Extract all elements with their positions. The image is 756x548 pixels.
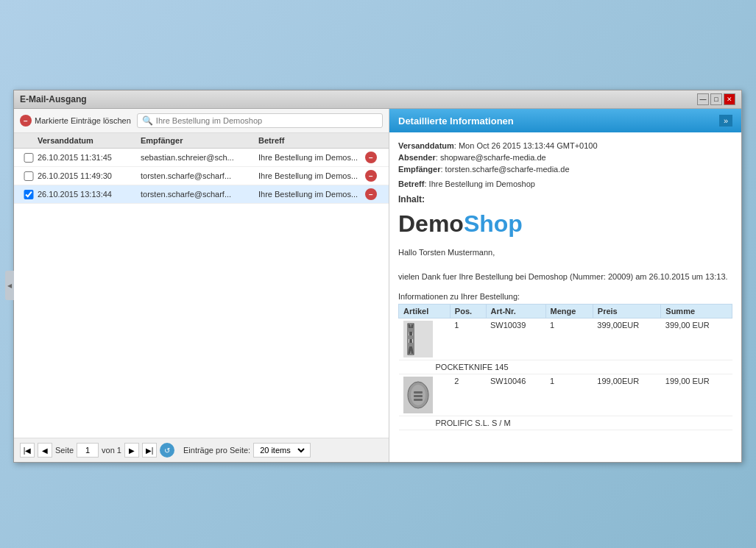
last-page-button[interactable]: ▶| [142, 443, 157, 458]
product-name-2: PROLIFIC S.L. S / M [399, 416, 732, 430]
order-product-image [399, 374, 451, 416]
body-text: vielen Dank fuer Ihre Bestellung bei Dem… [398, 271, 732, 283]
betreff-value: Ihre Bestellung im Demoshop [429, 179, 535, 188]
versanddatum-value: Mon Oct 26 2015 13:13:44 GMT+0100 [459, 141, 598, 150]
logo-shop: Shop [464, 210, 523, 237]
next-page-button[interactable]: ▶ [124, 443, 139, 458]
order-preis: 399,00EUR [593, 318, 661, 360]
order-row-name: POCKETKNIFE 145 [399, 360, 732, 374]
row-checkbox[interactable] [20, 171, 38, 181]
order-art-nr: SW10039 [486, 318, 545, 360]
pagination-bar: |◀ ◀ Seite von 1 ▶ ▶| ↺ Einträge pro Sei… [14, 438, 389, 462]
order-pos: 2 [450, 374, 486, 416]
search-icon: 🔍 [142, 115, 153, 126]
search-input[interactable] [156, 116, 378, 125]
product-image-1 [403, 321, 433, 357]
row-email: torsten.scharfe@scharf... [141, 171, 258, 180]
logo-demo: Demo [398, 210, 464, 237]
col-preis: Preis [593, 304, 661, 318]
col-email: Empfänger [141, 136, 258, 145]
row-delete-button[interactable]: − [365, 188, 377, 200]
per-page-select[interactable]: 10 items 20 items 50 items 100 items [253, 443, 311, 458]
per-page-label: Einträge pro Seite: [183, 446, 250, 455]
order-summe: 399,00 EUR [661, 318, 732, 360]
demo-shop-logo: DemoShop [398, 210, 732, 238]
minimize-button[interactable]: — [697, 93, 709, 105]
row-date: 26.10.2015 11:31:45 [38, 153, 141, 162]
row-date: 26.10.2015 13:13:44 [38, 190, 141, 199]
refresh-button[interactable]: ↺ [160, 443, 174, 458]
row-subject: Ihre Bestellung im Demos... [258, 153, 365, 162]
row-email: torsten.scharfe@scharf... [141, 190, 258, 199]
row-subject: Ihre Bestellung im Demos... [258, 190, 365, 199]
order-pos: 1 [450, 318, 486, 360]
svg-rect-12 [414, 399, 423, 401]
detail-header: Detaillierte Informationen » [389, 109, 741, 132]
maximize-button[interactable]: □ [710, 93, 722, 105]
inhalt-label: Inhalt: [398, 194, 732, 204]
col-menge: Menge [545, 304, 593, 318]
product-image-2 [403, 377, 433, 413]
row-subject: Ihre Bestellung im Demos... [258, 171, 365, 180]
order-menge: 1 [545, 374, 593, 416]
svg-rect-11 [414, 395, 423, 397]
close-button[interactable]: ✕ [724, 93, 735, 105]
svg-rect-4 [409, 328, 413, 332]
greeting-text: Hallo Torsten Mustermann, [398, 246, 732, 259]
versanddatum-label: Versanddatum [398, 141, 454, 150]
prev-page-button[interactable]: ◀ [38, 443, 52, 458]
product-name-1: POCKETKNIFE 145 [399, 360, 732, 374]
absender-value: shopware@scharfe-media.de [440, 153, 546, 162]
table-row[interactable]: 26.10.2015 11:31:45 sebastian.schreier@s… [14, 149, 389, 167]
betreff-label: Betreff [398, 179, 424, 188]
col-subject: Betreff [258, 136, 383, 145]
col-pos: Pos. [450, 304, 486, 318]
delete-label: Markierte Einträge löschen [35, 116, 131, 125]
title-bar: E-Mail-Ausgang — □ ✕ [14, 90, 741, 109]
col-checkbox [20, 136, 38, 145]
per-page-dropdown[interactable]: 10 items 20 items 50 items 100 items [257, 445, 307, 455]
first-page-button[interactable]: |◀ [20, 443, 35, 458]
empfaenger-label: Empfänger [398, 165, 440, 174]
order-row: 2 SW10046 1 199,00EUR 199,00 EUR [399, 374, 732, 416]
order-menge: 1 [545, 318, 593, 360]
page-input[interactable] [77, 443, 99, 458]
table-row[interactable]: 26.10.2015 13:13:44 torsten.scharfe@scha… [14, 185, 389, 204]
detail-expand-button[interactable]: » [719, 115, 732, 127]
order-row: 1 SW10039 1 399,00EUR 399,00 EUR [399, 318, 732, 360]
versanddatum-row: Versanddatum: Mon Oct 26 2015 13:13:44 G… [398, 141, 732, 150]
detail-content: Versanddatum: Mon Oct 26 2015 13:13:44 G… [389, 132, 741, 462]
row-checkbox[interactable] [20, 153, 38, 163]
svg-rect-10 [414, 391, 423, 394]
right-panel: Detaillierte Informationen » Versanddatu… [389, 109, 741, 462]
left-panel: ◀ − Markierte Einträge löschen 🔍 Versa [14, 109, 389, 462]
detail-header-title: Detaillierte Informationen [398, 115, 514, 127]
row-delete-button[interactable]: − [365, 170, 377, 182]
toolbar: − Markierte Einträge löschen 🔍 [14, 109, 389, 133]
order-info-label: Informationen zu Ihrer Bestellung: [398, 292, 732, 301]
table-row[interactable]: 26.10.2015 11:49:30 torsten.scharfe@scha… [14, 167, 389, 185]
window-title: E-Mail-Ausgang [20, 94, 87, 104]
order-table: Artikel Pos. Art-Nr. Menge Preis Summe [398, 304, 732, 430]
main-content: ◀ − Markierte Einträge löschen 🔍 Versa [14, 109, 741, 462]
row-delete-button[interactable]: − [365, 152, 377, 163]
delete-marked-button[interactable]: − Markierte Einträge löschen [20, 115, 131, 127]
col-art-nr: Art-Nr. [486, 304, 545, 318]
table-body: 26.10.2015 11:31:45 sebastian.schreier@s… [14, 149, 389, 438]
col-summe: Summe [661, 304, 732, 318]
row-checkbox[interactable] [20, 190, 38, 199]
svg-rect-6 [409, 343, 413, 346]
col-artikel: Artikel [399, 304, 451, 318]
empfaenger-value: torsten.scharfe@scharfe-media.de [445, 165, 570, 174]
order-row-name: PROLIFIC S.L. S / M [399, 416, 732, 430]
empfaenger-row: Empfänger: torsten.scharfe@scharfe-media… [398, 165, 732, 174]
page-label: Seite [55, 446, 74, 455]
greeting: Hallo Torsten Mustermann, vielen Dank fu… [398, 246, 732, 283]
of-label: von 1 [102, 446, 121, 455]
order-preis: 199,00EUR [593, 374, 661, 416]
left-tab[interactable]: ◀ [5, 271, 14, 300]
order-product-image [399, 318, 451, 360]
window-controls: — □ ✕ [697, 93, 735, 105]
betreff-row: Betreff: Ihre Bestellung im Demoshop [398, 179, 732, 188]
absender-label: Absender [398, 153, 436, 162]
